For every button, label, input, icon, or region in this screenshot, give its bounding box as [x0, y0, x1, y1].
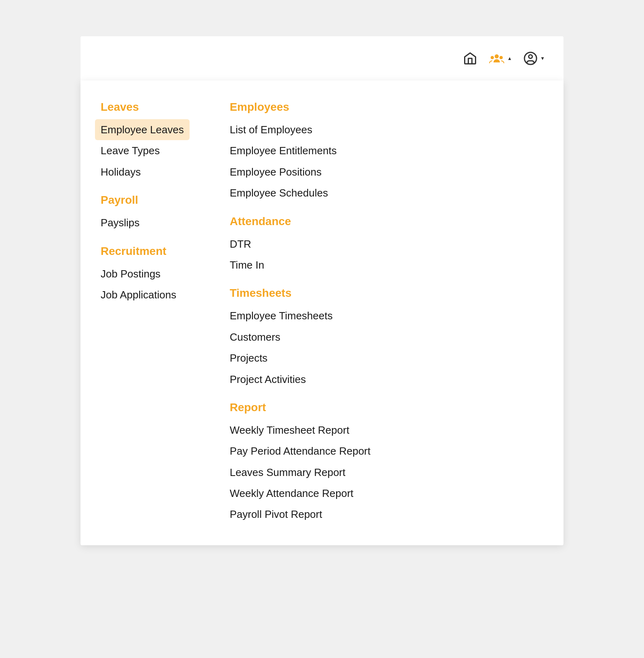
holidays-item[interactable]: Holidays — [101, 161, 190, 182]
pay-period-attendance-report-item[interactable]: Pay Period Attendance Report — [230, 441, 371, 461]
payslips-item[interactable]: Payslips — [101, 212, 190, 233]
home-icon — [463, 51, 477, 66]
report-section: Report Weekly Timesheet Report Pay Perio… — [230, 401, 371, 525]
employees-header: Employees — [230, 101, 371, 114]
weekly-attendance-report-item[interactable]: Weekly Attendance Report — [230, 483, 371, 504]
employee-entitlements-item[interactable]: Employee Entitlements — [230, 140, 371, 161]
customers-item[interactable]: Customers — [230, 327, 371, 348]
timesheets-header: Timesheets — [230, 287, 371, 300]
job-postings-item[interactable]: Job Postings — [101, 263, 190, 284]
leaves-section: Leaves Employee Leaves Leave Types Holid… — [101, 101, 190, 182]
recruitment-header: Recruitment — [101, 245, 190, 258]
users-group-icon — [489, 51, 505, 66]
time-in-item[interactable]: Time In — [230, 255, 371, 275]
right-column: Employees List of Employees Employee Ent… — [210, 93, 391, 533]
home-button[interactable] — [460, 49, 480, 68]
leaves-header: Leaves — [101, 101, 190, 114]
weekly-timesheet-report-item[interactable]: Weekly Timesheet Report — [230, 420, 371, 441]
payroll-section: Payroll Payslips — [101, 194, 190, 233]
nav-icons: ▲ ▼ — [460, 49, 547, 68]
users-menu-button[interactable]: ▲ — [486, 49, 514, 68]
timesheets-section: Timesheets Employee Timesheets Customers… — [230, 287, 371, 390]
report-header: Report — [230, 401, 371, 414]
employee-schedules-item[interactable]: Employee Schedules — [230, 182, 371, 203]
svg-point-2 — [500, 56, 503, 59]
svg-point-0 — [495, 54, 499, 58]
svg-point-1 — [491, 56, 494, 59]
list-of-employees-item[interactable]: List of Employees — [230, 119, 371, 140]
caret-down-icon: ▼ — [540, 56, 545, 61]
payroll-pivot-report-item[interactable]: Payroll Pivot Report — [230, 504, 371, 525]
caret-up-icon: ▲ — [507, 56, 512, 61]
dtr-item[interactable]: DTR — [230, 234, 371, 255]
attendance-header: Attendance — [230, 215, 371, 228]
recruitment-section: Recruitment Job Postings Job Application… — [101, 245, 190, 306]
navbar: ▲ ▼ — [80, 36, 564, 81]
employees-section: Employees List of Employees Employee Ent… — [230, 101, 371, 204]
person-circle-icon — [523, 51, 538, 66]
payroll-header: Payroll — [101, 194, 190, 207]
job-applications-item[interactable]: Job Applications — [101, 284, 190, 305]
employee-leaves-item[interactable]: Employee Leaves — [95, 119, 190, 140]
employee-positions-item[interactable]: Employee Positions — [230, 161, 371, 182]
dropdown-menu: Leaves Employee Leaves Leave Types Holid… — [80, 81, 564, 545]
attendance-section: Attendance DTR Time In — [230, 215, 371, 276]
profile-button[interactable]: ▼ — [521, 49, 547, 68]
leave-types-item[interactable]: Leave Types — [101, 140, 190, 161]
employee-timesheets-item[interactable]: Employee Timesheets — [230, 305, 371, 326]
left-column: Leaves Employee Leaves Leave Types Holid… — [80, 93, 210, 533]
leaves-summary-report-item[interactable]: Leaves Summary Report — [230, 462, 371, 483]
projects-item[interactable]: Projects — [230, 348, 371, 368]
project-activities-item[interactable]: Project Activities — [230, 369, 371, 390]
svg-point-4 — [529, 55, 533, 58]
